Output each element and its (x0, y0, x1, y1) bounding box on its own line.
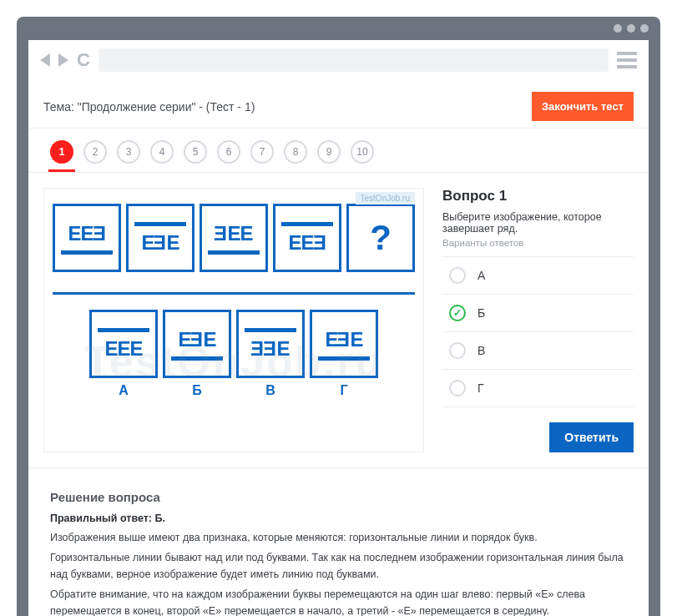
question-tab-10[interactable]: 10 (351, 140, 374, 164)
answer-figure-label: А (119, 383, 129, 398)
url-input[interactable] (99, 48, 609, 72)
answer-option[interactable]: В (442, 331, 634, 369)
question-subtitle: Варианты ответов (442, 238, 634, 248)
answer-figure-label: Б (192, 383, 202, 398)
menu-icon[interactable] (617, 52, 637, 68)
answer-figures-row: EEEАEEEБEEEВEEEГ (53, 310, 415, 398)
solution-paragraph: Изображения выше имеют два признака, кот… (50, 529, 627, 546)
radio-checked-icon (449, 305, 466, 321)
series-cell: EEE (200, 204, 268, 272)
question-tab-5[interactable]: 5 (184, 140, 207, 164)
page-content: Тема: "Продолжение серии" - (Тест - 1) З… (28, 80, 649, 616)
figure-panel: TestOnJob.ru TestOnJob.ru EEEEEEEEEEEE? … (43, 188, 424, 452)
radio-icon (449, 380, 466, 396)
question-tab-4[interactable]: 4 (150, 140, 174, 164)
answer-option-label: Б (477, 306, 485, 320)
question-tab-9[interactable]: 9 (317, 140, 341, 164)
series-cell: EEE (126, 204, 195, 272)
submit-answer-button[interactable]: Ответить (549, 422, 634, 452)
finish-test-button[interactable]: Закончить тест (532, 92, 634, 121)
answer-option-label: Г (477, 381, 484, 395)
series-cell: EEE (53, 204, 121, 272)
browser-toolbar: C (28, 40, 649, 80)
window-dot (627, 24, 635, 33)
answer-figure-label: Г (340, 383, 347, 398)
correct-answer-label: Правильный ответ: Б. (50, 512, 627, 524)
window-chrome (17, 17, 660, 40)
solution-paragraph: Горизонтальные линии бывают над или под … (50, 549, 627, 583)
window-dot (614, 24, 622, 33)
solution-heading: Решение вопроса (50, 490, 627, 504)
question-tab-6[interactable]: 6 (217, 140, 240, 164)
reload-icon[interactable]: C (77, 49, 90, 71)
radio-icon (449, 267, 466, 284)
question-tab-2[interactable]: 2 (83, 140, 107, 164)
forward-icon[interactable] (58, 53, 68, 67)
question-description: Выберите изображение, которое завершает … (442, 211, 634, 235)
topic-title: Тема: "Продолжение серии" - (Тест - 1) (43, 100, 255, 114)
answer-options: АБВГ (442, 256, 634, 407)
answer-option[interactable]: А (442, 256, 634, 294)
series-cell-unknown: ? (346, 204, 415, 272)
answer-figure: EEEГ (310, 310, 378, 398)
question-tab-8[interactable]: 8 (284, 140, 307, 164)
answer-option-label: А (477, 269, 485, 282)
question-tab-1[interactable]: 1 (50, 140, 73, 164)
series-cell: EEE (89, 310, 158, 378)
answer-option[interactable]: Б (442, 294, 634, 331)
question-title: Вопрос 1 (442, 188, 634, 204)
series-cell: EEE (273, 204, 341, 272)
watermark-badge: TestOnJob.ru (356, 192, 415, 204)
question-tab-3[interactable]: 3 (117, 140, 140, 164)
answer-option[interactable]: Г (442, 369, 634, 407)
answer-figure-label: В (265, 383, 275, 398)
series-cell: EEE (310, 310, 378, 378)
answer-option-label: В (477, 344, 485, 357)
window-dot (640, 24, 649, 33)
answer-figure: EEEБ (163, 310, 231, 398)
series-cell: EEE (236, 310, 305, 378)
question-tab-7[interactable]: 7 (250, 140, 274, 164)
figure-divider (53, 292, 415, 295)
radio-icon (449, 342, 466, 359)
solution-panel: Решение вопроса Правильный ответ: Б. Изо… (28, 467, 649, 616)
answer-figure: EEEВ (236, 310, 305, 398)
question-tabs: 12345678910 (28, 128, 649, 173)
series-row: EEEEEEEEEEEE? (53, 204, 415, 272)
back-icon[interactable] (40, 53, 50, 67)
solution-paragraph: Обратите внимание, что на каждом изображ… (50, 586, 627, 616)
question-body: TestOnJob.ru TestOnJob.ru EEEEEEEEEEEE? … (28, 173, 649, 467)
series-cell: EEE (163, 310, 231, 378)
answer-panel: Вопрос 1 Выберите изображение, которое з… (442, 188, 634, 452)
topic-bar: Тема: "Продолжение серии" - (Тест - 1) З… (28, 80, 649, 128)
answer-figure: EEEА (89, 310, 158, 398)
browser-window: C Тема: "Продолжение серии" - (Тест - 1)… (17, 17, 660, 616)
